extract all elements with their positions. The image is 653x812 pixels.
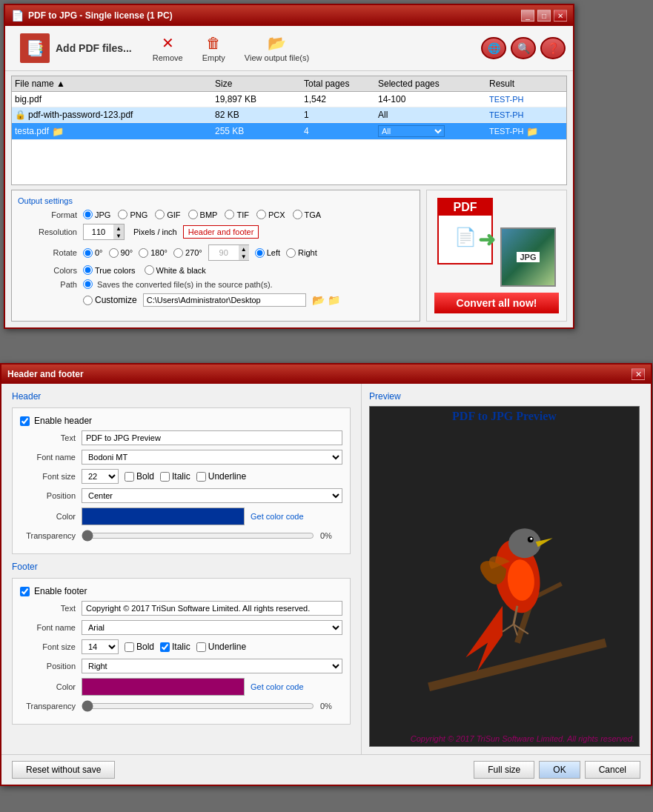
format-png-radio[interactable]: [118, 210, 127, 219]
header-color-swatch[interactable]: [82, 508, 245, 525]
path-source-radio[interactable]: [83, 279, 93, 289]
convert-button[interactable]: Convert all now!: [434, 293, 559, 313]
rotate-spin-up[interactable]: ▲: [239, 245, 249, 253]
header-bold-checkbox[interactable]: [125, 472, 134, 482]
path-customize-input[interactable]: [143, 293, 306, 307]
colors-bw[interactable]: White & black: [145, 265, 206, 275]
rotate-left-radio[interactable]: [255, 248, 265, 258]
format-pcx[interactable]: PCX: [256, 210, 285, 219]
rotate-options: 0° 90° 180° 270° ▲ ▼ Left Right: [83, 244, 317, 261]
footer-font-name-select[interactable]: Arial Bodoni MT Times New Roman: [82, 620, 342, 635]
path-source-radio-label[interactable]: [83, 279, 93, 289]
format-tif-radio[interactable]: [225, 210, 234, 219]
enable-footer-checkbox[interactable]: [20, 587, 30, 596]
format-png[interactable]: PNG: [118, 210, 147, 219]
header-font-size-select[interactable]: 22 14 16 18: [82, 469, 119, 484]
table-row[interactable]: big.pdf 19,897 KB 1,542 14-100 TEST-PH: [12, 92, 566, 107]
rotate-180-radio[interactable]: [139, 248, 148, 258]
table-row[interactable]: testa.pdf 📁 255 KB 4 All TEST-PH 📁: [12, 123, 566, 140]
file-result-1[interactable]: TEST-PH: [489, 95, 563, 104]
help-button[interactable]: ❓: [540, 37, 566, 59]
header-underline-option[interactable]: Underline: [196, 471, 246, 482]
file-result-2[interactable]: TEST-PH: [489, 110, 563, 119]
dialog-close-button[interactable]: ✕: [632, 368, 645, 380]
table-row[interactable]: 🔒pdf-with-password-123.pdf 82 KB 1 All T…: [12, 107, 566, 123]
format-gif[interactable]: GIF: [155, 210, 180, 219]
web-button[interactable]: 🌐: [481, 37, 506, 59]
header-bold-label: Bold: [136, 471, 154, 482]
path-row: Path Saves the converted file(s) in the …: [18, 279, 414, 289]
maximize-button[interactable]: □: [537, 10, 551, 21]
header-transparency-slider[interactable]: [82, 530, 314, 542]
rotate-270[interactable]: 270°: [173, 248, 202, 258]
rotate-180[interactable]: 180°: [139, 248, 168, 258]
footer-position-select[interactable]: Right Left Center: [82, 659, 342, 673]
file-result-link-3[interactable]: TEST-PH: [489, 127, 523, 136]
format-bmp-radio[interactable]: [188, 210, 198, 219]
path-customize-radio-label[interactable]: Customize: [83, 295, 137, 305]
header-bold-option[interactable]: Bold: [125, 471, 154, 482]
footer-font-size-select[interactable]: 14 22 16: [82, 639, 119, 654]
rotate-90[interactable]: 90°: [109, 248, 133, 258]
footer-color-swatch[interactable]: [82, 678, 245, 696]
help-search-button[interactable]: 🔍: [511, 37, 536, 59]
footer-underline-option[interactable]: Underline: [196, 642, 246, 652]
header-italic-checkbox[interactable]: [160, 472, 170, 482]
footer-italic-option[interactable]: Italic: [160, 642, 190, 652]
footer-text-input[interactable]: [82, 601, 342, 616]
footer-bold-checkbox[interactable]: [125, 642, 134, 652]
footer-underline-checkbox[interactable]: [196, 642, 206, 652]
footer-italic-checkbox[interactable]: [160, 642, 170, 652]
header-footer-link[interactable]: Header and footer: [183, 225, 259, 239]
empty-button[interactable]: 🗑 Empty: [196, 33, 231, 64]
footer-bold-option[interactable]: Bold: [125, 642, 154, 652]
cancel-button[interactable]: Cancel: [585, 761, 640, 779]
footer-color-row: Color Get color code: [20, 678, 342, 696]
folder-add-icon[interactable]: 📁: [328, 294, 340, 306]
add-pdf-button[interactable]: 📑 Add PDF files...: [13, 30, 139, 66]
format-tif[interactable]: TIF: [225, 210, 249, 219]
format-tga[interactable]: TGA: [293, 210, 322, 219]
rotate-0[interactable]: 0°: [83, 248, 103, 258]
header-font-name-select[interactable]: Bodoni MT Arial Times New Roman: [82, 450, 342, 465]
rotate-left[interactable]: Left: [255, 248, 280, 258]
resolution-input[interactable]: [84, 224, 113, 239]
view-output-button[interactable]: 📂 View output file(s): [239, 33, 315, 64]
remove-button[interactable]: ✕ Remove: [147, 33, 189, 64]
format-jpg[interactable]: JPG: [83, 210, 110, 219]
colors-true-radio[interactable]: [83, 265, 93, 275]
rotate-90-radio[interactable]: [109, 248, 119, 258]
path-customize-radio[interactable]: [83, 296, 93, 305]
footer-transparency-slider[interactable]: [82, 700, 314, 712]
header-position-select[interactable]: Center Left Right: [82, 488, 342, 503]
folder-open-icon[interactable]: 📂: [312, 294, 325, 306]
reset-button[interactable]: Reset without save: [12, 761, 115, 779]
rotate-custom-input[interactable]: [209, 245, 239, 260]
close-button[interactable]: ✕: [554, 10, 567, 21]
rotate-0-radio[interactable]: [83, 248, 93, 258]
colors-true[interactable]: True colors: [83, 265, 136, 275]
header-get-color-link[interactable]: Get color code: [251, 512, 304, 521]
colors-bw-radio[interactable]: [145, 265, 154, 275]
header-italic-option[interactable]: Italic: [160, 471, 190, 482]
format-pcx-radio[interactable]: [256, 210, 266, 219]
footer-font-size-label: Font size: [20, 642, 76, 651]
rotate-270-radio[interactable]: [173, 248, 183, 258]
header-text-input[interactable]: [82, 430, 342, 445]
ok-button[interactable]: OK: [539, 761, 580, 779]
rotate-spin-down[interactable]: ▼: [239, 253, 249, 260]
enable-header-checkbox[interactable]: [20, 416, 30, 426]
format-bmp[interactable]: BMP: [188, 210, 218, 219]
footer-get-color-link[interactable]: Get color code: [251, 682, 304, 691]
format-tga-radio[interactable]: [293, 210, 302, 219]
rotate-right[interactable]: Right: [286, 248, 317, 258]
full-size-button[interactable]: Full size: [474, 761, 534, 779]
minimize-button[interactable]: _: [521, 10, 534, 21]
spin-down[interactable]: ▼: [113, 232, 124, 239]
format-jpg-radio[interactable]: [83, 210, 93, 219]
rotate-right-radio[interactable]: [286, 248, 296, 258]
pages-select-3[interactable]: All: [378, 125, 445, 137]
header-underline-checkbox[interactable]: [196, 472, 206, 482]
format-gif-radio[interactable]: [155, 210, 165, 219]
spin-up[interactable]: ▲: [113, 224, 124, 232]
